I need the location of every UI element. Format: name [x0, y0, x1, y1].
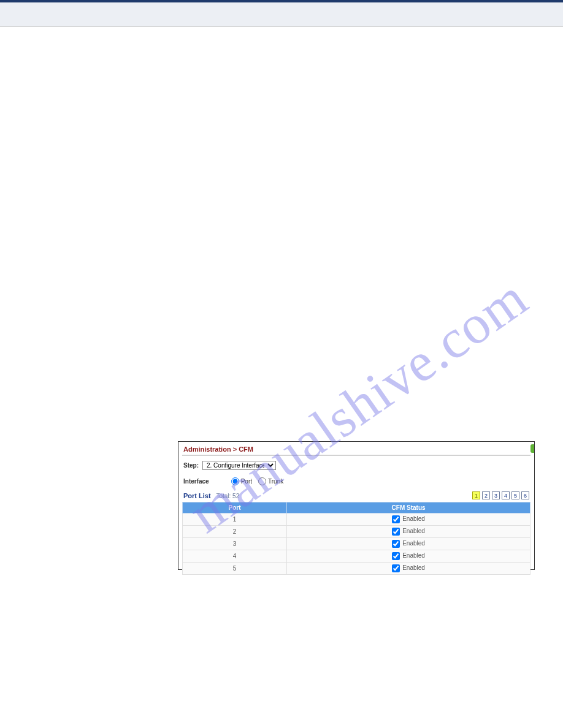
breadcrumb: Administration > CFM	[178, 442, 534, 455]
port-table: Port CFM Status 1Enabled2Enabled3Enabled…	[182, 502, 530, 575]
table-row: 1Enabled	[183, 514, 530, 526]
help-indicator	[530, 444, 534, 453]
pager-2[interactable]: 2	[482, 491, 490, 499]
cell-status: Enabled	[287, 563, 530, 575]
portlist-total: Total: 52	[216, 493, 239, 499]
pager-3[interactable]: 3	[492, 491, 500, 499]
page-header-bar	[0, 0, 563, 27]
cell-status: Enabled	[287, 550, 530, 563]
portlist-header: Port List Total: 52 123456	[178, 490, 534, 501]
cell-port: 3	[183, 538, 287, 550]
portlist-label: Port List	[183, 492, 211, 499]
table-row: 5Enabled	[183, 563, 530, 575]
col-status: CFM Status	[287, 502, 530, 514]
status-text: Enabled	[402, 540, 425, 547]
status-text: Enabled	[402, 564, 425, 571]
radio-trunk[interactable]	[258, 477, 266, 485]
cell-port: 4	[183, 550, 287, 563]
interface-label: Interface	[183, 478, 209, 485]
enabled-checkbox[interactable]	[392, 540, 400, 548]
cell-status: Enabled	[287, 538, 530, 550]
cell-port: 2	[183, 526, 287, 538]
table-row: 3Enabled	[183, 538, 530, 550]
pager-1[interactable]: 1	[472, 491, 480, 499]
divider	[182, 455, 530, 456]
radio-port[interactable]	[231, 477, 239, 485]
radio-port-label: Port	[241, 478, 252, 485]
enabled-checkbox[interactable]	[392, 564, 400, 572]
enabled-checkbox[interactable]	[392, 552, 400, 560]
cell-status: Enabled	[287, 514, 530, 526]
step-select[interactable]: 2. Configure Interface	[202, 461, 276, 470]
enabled-checkbox[interactable]	[392, 515, 400, 523]
status-text: Enabled	[402, 515, 425, 522]
radio-trunk-label: Trunk	[268, 478, 283, 485]
status-text: Enabled	[402, 552, 425, 559]
cell-port: 5	[183, 563, 287, 575]
step-label: Step:	[183, 462, 199, 469]
cell-port: 1	[183, 514, 287, 526]
interface-row: Interface Port Trunk	[178, 475, 534, 490]
step-row: Step: 2. Configure Interface	[178, 460, 534, 475]
col-port: Port	[183, 502, 287, 514]
pager-5[interactable]: 5	[511, 491, 519, 499]
pager: 123456	[472, 491, 529, 499]
cfm-figure: Administration > CFM Step: 2. Configure …	[178, 441, 535, 570]
table-row: 4Enabled	[183, 550, 530, 563]
cell-status: Enabled	[287, 526, 530, 538]
status-text: Enabled	[402, 528, 425, 534]
pager-4[interactable]: 4	[502, 491, 510, 499]
table-row: 2Enabled	[183, 526, 530, 538]
enabled-checkbox[interactable]	[392, 528, 400, 536]
pager-6[interactable]: 6	[521, 491, 529, 499]
